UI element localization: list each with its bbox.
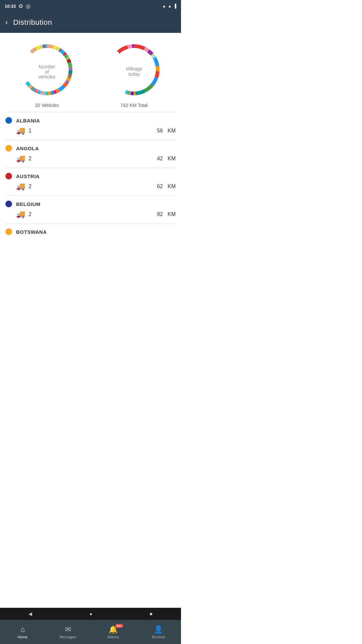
austria-count: 2 <box>28 183 154 190</box>
austria-name: AUSTRIA <box>16 173 40 179</box>
angola-count: 2 <box>28 156 154 162</box>
signal-icon: ▲ <box>168 4 172 8</box>
mileage-center-line2: today <box>128 71 140 77</box>
status-left: 10:33 ⚙ ◎ <box>5 3 31 9</box>
albania-detail: 🚚 1 56 KM <box>5 126 176 140</box>
list-item[interactable]: AUSTRIA 🚚 2 62 KM <box>0 168 181 196</box>
austria-detail: 🚚 2 62 KM <box>5 182 176 196</box>
truck-icon: 🚚 <box>16 154 25 163</box>
country-list: ALBANIA 🚚 1 56 KM ANGOLA 🚚 2 42 KM <box>0 112 181 235</box>
belgium-detail: 🚚 2 92 KM <box>5 210 176 223</box>
albania-name: ALBANIA <box>16 118 40 123</box>
wifi-icon: ▲ <box>162 4 166 8</box>
mileage-donut: Mileage today <box>104 40 164 100</box>
status-icons: ▲ ▲ ▐ <box>162 4 176 8</box>
list-item[interactable]: ALBANIA 🚚 1 56 KM <box>0 112 181 140</box>
country-header-botswana: BOTSWANA <box>5 228 176 235</box>
belgium-mileage: 92 <box>157 211 163 217</box>
truck-icon: 🚚 <box>16 182 25 191</box>
status-time: 10:33 <box>5 4 16 9</box>
country-header-angola: ANGOLA <box>5 145 176 152</box>
angola-dot <box>5 145 12 152</box>
belgium-dot <box>5 201 12 207</box>
vehicles-center-line2: of <box>45 69 49 74</box>
austria-km: KM <box>168 183 176 190</box>
top-bar: ‹ Distribution <box>0 12 181 33</box>
albania-count: 1 <box>28 128 154 134</box>
angola-detail: 🚚 2 42 KM <box>5 154 176 168</box>
list-item[interactable]: BOTSWANA <box>0 224 181 235</box>
charts-section: Number of vehicles 32 Vehicles <box>0 33 181 112</box>
angola-km: KM <box>168 156 176 162</box>
belgium-name: BELGIUM <box>16 201 41 207</box>
back-button[interactable]: ‹ <box>5 18 8 27</box>
austria-dot <box>5 173 12 179</box>
vehicles-chart: Number of vehicles 32 Vehicles <box>17 40 77 108</box>
status-bar: 10:33 ⚙ ◎ ▲ ▲ ▐ <box>0 0 181 12</box>
country-header-austria: AUSTRIA <box>5 173 176 179</box>
vpn-icon: ◎ <box>26 3 31 9</box>
vehicles-center-line3: vehicles <box>39 74 56 79</box>
belgium-count: 2 <box>28 211 154 217</box>
albania-dot <box>5 117 12 124</box>
vehicles-label: 32 Vehicles <box>35 103 59 108</box>
list-item[interactable]: ANGOLA 🚚 2 42 KM <box>0 140 181 168</box>
albania-mileage: 56 <box>157 128 163 134</box>
country-header-belgium: BELGIUM <box>5 201 176 207</box>
list-item[interactable]: BELGIUM 🚚 2 92 KM <box>0 196 181 223</box>
vehicles-donut: Number of vehicles <box>17 40 77 100</box>
belgium-km: KM <box>168 211 176 217</box>
vehicles-center-line1: Number <box>39 64 55 69</box>
settings-icon: ⚙ <box>18 3 23 9</box>
battery-icon: ▐ <box>173 4 176 8</box>
mileage-center-line1: Mileage <box>126 66 142 71</box>
page-title: Distribution <box>13 18 52 27</box>
truck-icon: 🚚 <box>16 210 25 219</box>
country-header-albania: ALBANIA <box>5 117 176 124</box>
angola-name: ANGOLA <box>16 146 39 151</box>
mileage-chart: Mileage today 742 KM Total <box>104 40 164 108</box>
botswana-name: BOTSWANA <box>16 229 47 235</box>
truck-icon: 🚚 <box>16 126 25 135</box>
austria-mileage: 62 <box>157 183 163 190</box>
botswana-dot <box>5 228 12 235</box>
albania-km: KM <box>168 128 176 134</box>
angola-mileage: 42 <box>157 156 163 162</box>
mileage-label: 742 KM Total <box>120 103 147 108</box>
